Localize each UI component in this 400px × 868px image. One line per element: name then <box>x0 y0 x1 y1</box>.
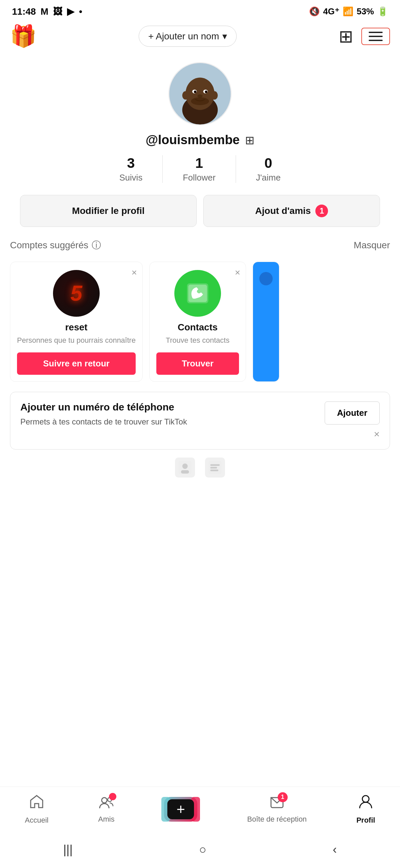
suivre-en-retour-button[interactable]: Suivre en retour <box>17 352 136 375</box>
top-nav: 🎁 + Ajouter un nom ▾ ⊞ <box>0 20 400 52</box>
phone-banner-close[interactable]: × <box>374 429 380 440</box>
suggested-header: Comptes suggérés ⓘ Masquer <box>0 227 400 258</box>
amis-notification-dot <box>109 793 116 800</box>
reset-avatar: 5 <box>53 270 100 317</box>
edit-profile-label: Modifier le profil <box>72 206 145 216</box>
status-time: 11:48 <box>12 6 36 17</box>
suggested-card-reset: × 5 reset Personnes que tu pourrais conn… <box>10 261 143 382</box>
svg-point-3 <box>185 78 214 110</box>
phone-add-button[interactable]: Ajouter <box>325 401 380 425</box>
android-recent-btn[interactable]: ||| <box>63 843 73 857</box>
status-right: 🔇 4G⁺ 📶 53% 🔋 <box>309 6 388 17</box>
follower-label: Follower <box>183 173 215 183</box>
hamburger-icon <box>369 32 383 41</box>
contacts-name: Contacts <box>178 322 218 333</box>
inbox-badge: 1 <box>278 792 288 802</box>
profile-section: @louismbembe ⊞ 3 Suivis 1 Follower 0 J'a… <box>0 52 400 227</box>
info-icon[interactable]: ⓘ <box>92 239 101 252</box>
svg-point-23 <box>362 796 369 802</box>
suggested-title: Comptes suggérés ⓘ <box>10 239 101 252</box>
stat-suivis[interactable]: 3 Suivis <box>99 155 163 183</box>
close-card-reset[interactable]: × <box>132 267 137 278</box>
thumbnail-2 <box>205 458 225 477</box>
contacts-desc: Trouve tes contacts <box>166 335 229 346</box>
jaime-count: 0 <box>264 155 272 171</box>
svg-rect-20 <box>210 469 218 471</box>
username: @louismbembe <box>146 133 240 147</box>
phone-banner-title: Ajouter un numéro de téléphone <box>20 401 187 413</box>
phone-banner-text: Ajouter un numéro de téléphone Permets à… <box>20 401 187 428</box>
add-name-button[interactable]: + Ajouter un nom ▾ <box>139 26 237 47</box>
close-card-contacts[interactable]: × <box>235 267 240 278</box>
profile-nav-label: Profil <box>356 816 375 825</box>
nav-home[interactable]: Accueil <box>25 794 49 825</box>
android-home-btn[interactable]: ○ <box>199 843 206 857</box>
status-left: 11:48 M 🖼 ▶ • <box>12 6 82 17</box>
nav-right-icons: ⊞ <box>339 26 390 46</box>
suggested-card-contacts: × Contacts Trouve tes contacts Trouver <box>149 261 246 382</box>
stat-follower[interactable]: 1 Follower <box>163 155 236 183</box>
inbox-label: Boîte de réception <box>247 815 307 824</box>
bottom-nav: Accueil Amis + 1 Boîte de réception <box>0 786 400 828</box>
android-back-btn[interactable]: ‹ <box>333 843 337 857</box>
add-friends-button[interactable]: Ajout d'amis 1 <box>203 195 380 227</box>
battery-level: 53% <box>357 6 374 17</box>
nav-profile[interactable]: Profil <box>356 794 375 825</box>
battery-icon: 🔋 <box>377 6 388 17</box>
reset-desc: Personnes que tu pourrais connaître <box>17 335 136 346</box>
hide-button[interactable]: Masquer <box>354 240 390 251</box>
inbox-icon-wrap: 1 <box>269 795 285 812</box>
mail-icon: M <box>41 6 48 17</box>
profile-qr-icon[interactable]: ⊞ <box>245 133 254 147</box>
nav-inbox[interactable]: 1 Boîte de réception <box>247 795 307 824</box>
phone-banner-right: Ajouter × <box>325 401 380 440</box>
suggested-title-text: Comptes suggérés <box>10 240 88 251</box>
svg-rect-18 <box>210 464 220 466</box>
home-label: Accueil <box>25 816 49 825</box>
nav-amis[interactable]: Amis <box>98 795 115 824</box>
svg-point-21 <box>102 798 107 803</box>
edit-profile-button[interactable]: Modifier le profil <box>20 195 197 227</box>
phone-banner-desc: Permets à tes contacts de te trouver sur… <box>20 416 187 428</box>
phone-banner: Ajouter un numéro de téléphone Permets à… <box>10 392 390 450</box>
svg-point-15 <box>182 464 188 469</box>
menu-button[interactable] <box>361 28 390 45</box>
stats-row: 3 Suivis 1 Follower 0 J'aime <box>99 155 301 183</box>
avatar[interactable] <box>168 62 232 125</box>
svg-point-9 <box>205 90 208 93</box>
suivis-count: 3 <box>127 155 135 171</box>
svg-point-10 <box>197 94 202 98</box>
trouver-button[interactable]: Trouver <box>156 352 239 375</box>
username-row: @louismbembe ⊞ <box>146 133 254 147</box>
suggested-card-partial <box>253 261 279 382</box>
play-icon: ▶ <box>67 6 74 17</box>
action-buttons: Modifier le profil Ajout d'amis 1 <box>10 195 390 227</box>
add-friends-label: Ajout d'amis <box>255 206 311 216</box>
stat-jaime[interactable]: 0 J'aime <box>236 155 301 183</box>
svg-rect-19 <box>210 467 217 469</box>
follower-count: 1 <box>195 155 203 171</box>
network-icon: 4G⁺ <box>323 6 339 17</box>
status-bar: 11:48 M 🖼 ▶ • 🔇 4G⁺ 📶 53% 🔋 <box>0 0 400 20</box>
plus-icon: + <box>167 799 194 819</box>
suggested-scroll: × 5 reset Personnes que tu pourrais conn… <box>0 258 400 389</box>
android-nav: ||| ○ ‹ <box>0 831 400 868</box>
reset-number: 5 <box>70 281 82 306</box>
gallery-icon: 🖼 <box>53 6 62 17</box>
create-button[interactable]: + <box>164 797 197 822</box>
svg-point-5 <box>211 91 218 99</box>
profile-nav-icon <box>358 794 374 813</box>
chevron-down-icon: ▾ <box>222 31 227 42</box>
reset-name: reset <box>65 322 87 333</box>
amis-label: Amis <box>98 815 115 824</box>
qr-icon[interactable]: ⊞ <box>339 26 353 46</box>
svg-point-8 <box>194 90 197 93</box>
add-friends-badge: 1 <box>315 205 328 217</box>
home-icon <box>29 794 45 813</box>
svg-rect-16 <box>181 470 189 473</box>
svg-point-11 <box>191 97 209 105</box>
svg-point-4 <box>182 91 189 99</box>
jaime-label: J'aime <box>256 173 281 183</box>
bottom-scroll-hint <box>0 450 400 481</box>
dot-icon: • <box>79 6 82 17</box>
